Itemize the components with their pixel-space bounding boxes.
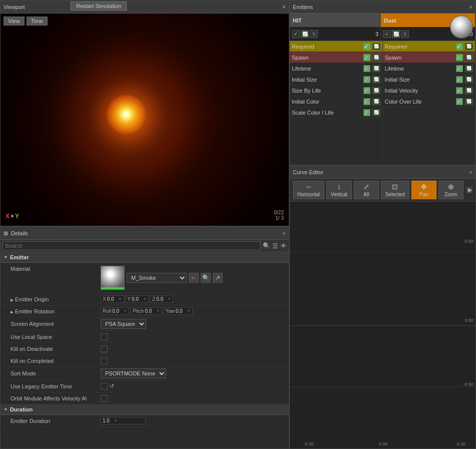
hit-sizebylife-row[interactable]: Size By Life ✓ 📈 — [290, 85, 382, 96]
dust-coloroverlife-check[interactable]: ✓ — [456, 98, 463, 105]
hit-sizebylife-graph[interactable]: 📈 — [372, 87, 380, 94]
x-label-005: 0.05 — [379, 441, 388, 446]
hit-emitter-tab[interactable]: HIT ✓ 📈 S 3 — [290, 14, 381, 41]
dust-initialvelocity-graph[interactable]: 📈 — [465, 87, 473, 94]
sort-mode-select[interactable]: PSORTMODE None — [101, 368, 166, 378]
all-tool-button[interactable]: ⤢ All — [354, 181, 379, 199]
material-search-button[interactable]: 🔍 — [201, 273, 211, 283]
search-icon-button[interactable]: 🔍 — [263, 242, 270, 249]
details-toolbar: ☰ 👁 — [272, 242, 287, 250]
yaw-arrow[interactable]: ▼ — [187, 309, 191, 313]
origin-y-arrow[interactable]: ▼ — [143, 297, 147, 301]
dust-initialvelocity-row[interactable]: Initial Velocity ✓ 📈 — [383, 85, 475, 96]
dust-coloroverlife-row[interactable]: Color Over Life ✓ 📈 — [383, 96, 475, 107]
pitch-arrow[interactable]: ▼ — [156, 309, 160, 313]
hit-required-row[interactable]: Required ✓ 📈 — [290, 41, 382, 52]
emitters-close-icon[interactable]: × — [469, 4, 472, 10]
kill-on-deactivate-checkbox[interactable] — [101, 345, 108, 352]
vertical-tool-button[interactable]: ↕ Vertical — [326, 181, 352, 199]
hit-lifetime-check[interactable]: ✓ — [363, 65, 370, 72]
dust-required-graph[interactable]: 📈 — [465, 43, 473, 50]
hit-spawn-graph[interactable]: 📈 — [372, 54, 380, 61]
dust-lifetime-check[interactable]: ✓ — [456, 65, 463, 72]
emitters-header: Emitters × — [290, 1, 475, 14]
dust-spawn-check[interactable]: ✓ — [456, 54, 463, 61]
origin-z-arrow[interactable]: ▼ — [167, 297, 171, 301]
hit-spawn-row[interactable]: Spawn ✓ 📈 — [290, 52, 382, 63]
hit-scalecolor-check[interactable]: ✓ — [363, 109, 370, 116]
material-preview[interactable] — [101, 266, 125, 290]
curve-area[interactable]: 0.50 0.00 -0.50 0.00 0.05 0.10 — [290, 202, 475, 448]
screen-alignment-select[interactable]: PSA Square — [101, 319, 146, 329]
orbit-module-checkbox[interactable] — [101, 395, 108, 402]
hit-initialsize-check[interactable]: ✓ — [363, 76, 370, 83]
details-search-input[interactable] — [3, 241, 261, 250]
pitch-value: 0.0 — [145, 308, 155, 314]
duration-arrow[interactable]: ▼ — [114, 418, 118, 423]
dust-required-row[interactable]: Required ✓ 📈 — [383, 41, 475, 52]
duration-section-header[interactable]: ▼ Duration — [1, 404, 289, 415]
details-content: ▼ Emitter Material M_Smoke ← 🔍 — [1, 252, 289, 448]
origin-x-arrow[interactable]: ▼ — [118, 297, 122, 301]
material-back-button[interactable]: ← — [189, 273, 199, 283]
kill-on-completed-checkbox[interactable] — [101, 357, 108, 364]
hit-required-graph[interactable]: 📈 — [372, 43, 380, 50]
hit-lifetime-graph[interactable]: 📈 — [372, 65, 380, 72]
hit-spawn-check[interactable]: ✓ — [363, 54, 370, 61]
hit-initialcolor-graph[interactable]: 📈 — [372, 98, 380, 105]
dust-check-icon[interactable]: ✓ — [383, 30, 391, 38]
hit-lifetime-row[interactable]: Lifetime ✓ 📈 — [290, 63, 382, 74]
rotation-expand-icon[interactable]: ▶ — [11, 310, 14, 314]
hit-scalecolor-row[interactable]: Scale Color / Life ✓ 📈 — [290, 107, 382, 118]
dust-initialvelocity-check[interactable]: ✓ — [456, 87, 463, 94]
hit-initialcolor-row[interactable]: Initial Color ✓ 📈 — [290, 96, 382, 107]
dust-initialsize-graph[interactable]: 📈 — [465, 76, 473, 83]
emitter-section-header[interactable]: ▼ Emitter — [1, 252, 289, 263]
curve-expand-icon[interactable]: ▶ — [466, 187, 472, 193]
origin-z-field: Z 0.0 ▼ — [150, 295, 173, 303]
dust-initialsize-row[interactable]: Initial Size ✓ 📈 — [383, 74, 475, 85]
dust-s-icon[interactable]: S — [401, 30, 409, 38]
hit-sizebylife-check[interactable]: ✓ — [363, 87, 370, 94]
dust-required-check[interactable]: ✓ — [456, 43, 463, 50]
viewport-close-icon[interactable]: × — [282, 4, 286, 11]
hit-required-check[interactable]: ✓ — [363, 43, 370, 50]
hit-scalecolor-graph[interactable]: 📈 — [372, 109, 380, 116]
duration-section-arrow: ▼ — [4, 407, 8, 412]
view-button[interactable]: View — [4, 17, 25, 26]
horizontal-tool-button[interactable]: ↔ Horizontal — [293, 181, 324, 199]
hit-s-icon[interactable]: S — [310, 30, 318, 38]
eye-icon[interactable]: 👁 — [280, 242, 287, 250]
hit-initialsize-graph[interactable]: 📈 — [372, 76, 380, 83]
horizontal-icon: ↔ — [305, 183, 312, 191]
dust-spawn-row[interactable]: Spawn ✓ 📈 — [383, 52, 475, 63]
curve-editor-close-icon[interactable]: × — [469, 169, 472, 175]
dust-coloroverlife-graph[interactable]: 📈 — [465, 98, 473, 105]
material-open-button[interactable]: ↗ — [213, 273, 223, 283]
dust-lifetime-row[interactable]: Lifetime ✓ 📈 — [383, 63, 475, 74]
dust-spawn-graph[interactable]: 📈 — [465, 54, 473, 61]
pan-tool-button[interactable]: ✥ Pan — [411, 181, 436, 199]
dust-graph-icon[interactable]: 📈 — [392, 30, 400, 38]
time-button[interactable]: Time — [27, 17, 48, 26]
roll-value: 0.0 — [112, 308, 122, 314]
roll-arrow[interactable]: ▼ — [123, 309, 127, 313]
restart-simulation-button[interactable]: Restart Simulation — [71, 2, 127, 11]
origin-expand-icon[interactable]: ▶ — [11, 298, 14, 302]
selected-tool-button[interactable]: ⊡ Selected — [381, 181, 409, 199]
zoom-tool-button[interactable]: ⊕ Zoom — [438, 181, 463, 199]
curve-editor-panel: Curve Editor × ↔ Horizontal ↕ Vertical ⤢… — [289, 165, 476, 449]
hit-graph-icon[interactable]: 📈 — [301, 30, 309, 38]
details-close-icon[interactable]: × — [283, 230, 286, 236]
selected-label: Selected — [385, 192, 405, 197]
hit-check-icon[interactable]: ✓ — [292, 30, 300, 38]
use-legacy-checkbox[interactable] — [101, 383, 108, 390]
hit-initialsize-row[interactable]: Initial Size ✓ 📈 — [290, 74, 382, 85]
dust-initialsize-check[interactable]: ✓ — [456, 76, 463, 83]
use-local-space-checkbox[interactable] — [101, 333, 108, 340]
dust-emitter-tab[interactable]: Dust ✓ 📈 S 23 — [381, 14, 475, 41]
list-view-icon[interactable]: ☰ — [272, 242, 278, 250]
hit-initialcolor-check[interactable]: ✓ — [363, 98, 370, 105]
material-name-select[interactable]: M_Smoke — [127, 273, 187, 283]
dust-lifetime-graph[interactable]: 📈 — [465, 65, 473, 72]
